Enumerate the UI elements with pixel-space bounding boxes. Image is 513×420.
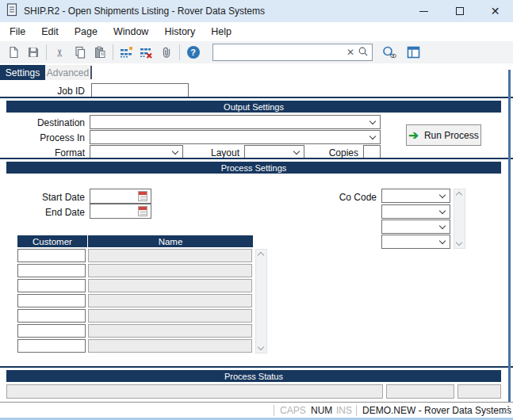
search-icon[interactable] xyxy=(358,46,369,59)
copies-label: Copies xyxy=(274,147,361,158)
preview-button[interactable] xyxy=(379,43,399,62)
co-code-scrollbar[interactable] xyxy=(454,189,465,249)
status-field-2 xyxy=(386,384,454,399)
menu-file[interactable]: File xyxy=(2,26,33,37)
process-in-select[interactable] xyxy=(90,130,381,144)
format-label: Format xyxy=(0,147,87,158)
chevron-down-icon xyxy=(439,208,446,214)
caps-indicator: CAPS xyxy=(280,405,306,416)
window-right-border xyxy=(508,70,511,402)
toolbar-separator xyxy=(179,44,180,60)
calendar-icon[interactable] xyxy=(138,206,147,216)
new-button[interactable] xyxy=(3,43,23,62)
name-field xyxy=(88,249,252,262)
name-field xyxy=(88,294,252,307)
menu-bar: File Edit Page Window History Help xyxy=(0,22,513,41)
tab-advanced[interactable]: Advanced xyxy=(45,65,90,80)
process-in-value xyxy=(90,131,380,134)
minimize-icon xyxy=(419,11,428,12)
start-date-input[interactable] xyxy=(90,189,151,204)
cut-button[interactable]: ✂ xyxy=(50,43,70,62)
job-id-input[interactable] xyxy=(91,83,189,97)
maximize-icon xyxy=(456,7,464,15)
chevron-down-icon xyxy=(369,133,376,139)
maximize-button[interactable] xyxy=(442,0,477,22)
batch-queue-button[interactable] xyxy=(117,43,136,62)
attach-button[interactable] xyxy=(156,43,176,62)
ins-indicator: INS xyxy=(336,405,352,416)
menu-history[interactable]: History xyxy=(156,26,203,37)
search-box[interactable]: ✕ xyxy=(212,44,373,61)
run-arrow-icon: ➔ xyxy=(408,129,419,141)
co-code-select-4[interactable] xyxy=(381,235,450,249)
co-code-select-1[interactable] xyxy=(381,189,450,203)
help-button[interactable]: ? xyxy=(183,43,203,62)
calendar-icon[interactable] xyxy=(138,191,147,201)
customer-input[interactable] xyxy=(17,339,86,353)
chevron-down-icon xyxy=(439,192,446,198)
customer-input[interactable] xyxy=(17,324,86,338)
paste-icon xyxy=(94,46,106,59)
new-document-icon xyxy=(7,46,20,59)
help-icon: ? xyxy=(187,46,200,59)
menu-edit[interactable]: Edit xyxy=(33,26,67,37)
save-button[interactable] xyxy=(23,43,43,62)
num-indicator: NUM xyxy=(311,405,332,416)
statusbar-separator xyxy=(274,405,274,416)
customer-input[interactable] xyxy=(17,309,86,323)
name-field xyxy=(88,309,252,323)
toolbar: ✂ xyxy=(0,41,513,63)
co-code-select-3[interactable] xyxy=(381,220,450,234)
scroll-up-icon[interactable] xyxy=(456,192,462,198)
co-code-value-4 xyxy=(382,235,450,239)
close-button[interactable]: ✕ xyxy=(477,0,513,22)
destination-label: Destination xyxy=(0,117,87,128)
chevron-down-icon xyxy=(369,118,376,124)
co-code-select-2[interactable] xyxy=(381,204,450,219)
search-clear-icon[interactable]: ✕ xyxy=(343,47,358,58)
window-title: SHIP.R2 - Open Shipments Listing - Rover… xyxy=(24,6,265,17)
run-process-button[interactable]: ➔ Run Process xyxy=(406,124,481,146)
layout-panel-button[interactable] xyxy=(404,43,423,62)
scroll-down-icon[interactable] xyxy=(258,344,264,350)
name-column-header: Name xyxy=(88,235,253,247)
chevron-down-icon xyxy=(439,238,446,244)
name-field xyxy=(88,264,252,277)
save-icon xyxy=(27,46,40,59)
close-icon: ✕ xyxy=(491,6,500,17)
tab-strip: Settings Advanced xyxy=(0,65,92,80)
search-input[interactable] xyxy=(216,47,343,58)
co-code-value-2 xyxy=(382,205,450,208)
copy-icon xyxy=(74,46,86,59)
paste-button[interactable] xyxy=(90,43,109,62)
customer-column-header: Customer xyxy=(17,235,87,247)
scroll-down-icon[interactable] xyxy=(456,239,462,246)
menu-help[interactable]: Help xyxy=(203,26,239,37)
menu-window[interactable]: Window xyxy=(105,26,156,37)
scroll-up-icon[interactable] xyxy=(258,252,264,258)
customer-input[interactable] xyxy=(17,249,86,262)
table-scrollbar[interactable] xyxy=(255,249,267,353)
co-code-label: Co Code xyxy=(292,192,379,203)
customer-input[interactable] xyxy=(17,264,86,277)
section-separator xyxy=(0,97,513,98)
co-code-value-1 xyxy=(382,189,450,193)
tab-settings[interactable]: Settings xyxy=(0,65,45,80)
customer-input[interactable] xyxy=(17,279,86,292)
name-field xyxy=(88,279,252,292)
resize-grip[interactable] xyxy=(501,406,511,415)
start-date-label: Start Date xyxy=(0,192,87,203)
clear-queue-button[interactable] xyxy=(136,43,156,62)
end-date-input[interactable] xyxy=(90,204,151,219)
minimize-button[interactable] xyxy=(406,0,442,22)
title-bar: SHIP.R2 - Open Shipments Listing - Rover… xyxy=(0,0,513,22)
menu-page[interactable]: Page xyxy=(67,26,105,37)
customer-input[interactable] xyxy=(17,294,86,307)
toolbar-separator xyxy=(113,44,113,60)
process-in-label: Process In xyxy=(0,132,87,143)
tab-divider xyxy=(90,66,92,79)
cut-icon: ✂ xyxy=(54,48,66,57)
copy-button[interactable] xyxy=(70,43,90,62)
destination-select[interactable] xyxy=(90,115,381,129)
name-field xyxy=(88,339,252,353)
